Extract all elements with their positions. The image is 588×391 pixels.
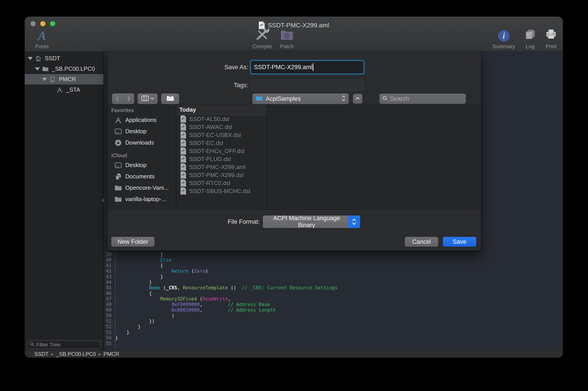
sidebar-item-vanilla-laptop-[interactable]: vanilla-laptop-... (111, 194, 176, 205)
document-icon: DSL (180, 115, 187, 123)
applications-icon (115, 116, 122, 124)
breadcrumb-item[interactable]: SSDT (34, 351, 48, 357)
code-line: 44 } (104, 280, 563, 285)
breadcrumb-separator-icon: ▸ (51, 351, 53, 357)
file-row[interactable]: DSL SSDT-EC-USBX.dsl (176, 131, 267, 139)
cancel-button[interactable]: Cancel (405, 237, 438, 247)
forward-button[interactable] (123, 94, 134, 104)
search-input[interactable] (390, 96, 469, 102)
breadcrumb-item[interactable]: _SB.PC00.LPC0 (56, 351, 96, 357)
summary-button[interactable]: i Summary (492, 28, 515, 50)
search-field[interactable] (379, 94, 466, 104)
columns-view-icon (141, 96, 149, 102)
file-row[interactable]: DSL SSDT-AWAC.dsl (176, 123, 267, 131)
code-line: 51 }) (104, 318, 563, 324)
tags-input[interactable] (251, 80, 363, 91)
sidebar-item-label: Applications (125, 116, 156, 123)
line-number: 55 (104, 341, 114, 346)
sidebar-item-desktop[interactable]: Desktop (111, 126, 176, 137)
code-line: 52 } (104, 324, 563, 330)
disclosure-triangle-icon[interactable] (42, 78, 47, 81)
document-icon: DSL (180, 139, 187, 147)
file-name: SSDT-RTC0.dsl (189, 180, 230, 187)
code-line: 48 0xFE000000, // Address Base (104, 302, 563, 307)
filter-tree-input[interactable] (36, 342, 105, 348)
chevron-down-icon (150, 97, 154, 101)
patch-button[interactable]: Patch (277, 28, 296, 50)
file-row[interactable]: DSL SSDT-EHCx_OFF.dsl (176, 147, 267, 155)
line-number: 41 (104, 263, 114, 269)
documents-icon (115, 173, 122, 180)
sidebar-item-desktop[interactable]: Desktop (111, 160, 176, 171)
window-chrome: AML SSDT-PMC-X299.aml A Fonts (25, 17, 563, 52)
tree-item-label: _STA (66, 86, 80, 93)
location-popup[interactable]: AcpiSamples (252, 94, 349, 104)
line-number: 44 (104, 280, 114, 285)
disclosure-triangle-icon[interactable] (28, 57, 33, 60)
desktop-icon (115, 162, 122, 169)
filter-tree-field[interactable] (27, 340, 101, 349)
back-button[interactable] (112, 94, 123, 104)
sidebar-item-applications[interactable]: Applications (111, 114, 176, 126)
history-nav-group (112, 94, 134, 104)
document-icon: DSL (180, 171, 187, 179)
tree-item-_sta[interactable]: _STA (25, 85, 104, 95)
svg-text:DSL: DSL (182, 185, 185, 186)
patch-folder-gear-icon (280, 29, 293, 42)
save-as-input[interactable]: SSDT-PMC-X299.aml (251, 61, 363, 73)
code-line: 46 { (104, 291, 563, 296)
view-mode-button[interactable] (137, 94, 158, 104)
line-number: 52 (104, 324, 114, 330)
svg-text:DSL: DSL (182, 137, 185, 138)
empty-column (267, 104, 481, 210)
file-name: SSDT-EC-USBX.dsl (189, 132, 241, 139)
print-button[interactable]: Print (545, 28, 557, 50)
sidebar-item-opencore-vani-[interactable]: Opencore-Vani... (111, 182, 176, 194)
file-format-label: File Format: (108, 218, 260, 225)
breadcrumb-item[interactable]: PMCR (104, 351, 119, 357)
code-line: 50 ) (104, 313, 563, 318)
line-number: 48 (104, 302, 114, 307)
document-icon: DSL (180, 155, 187, 163)
code-line: 39 } (104, 252, 563, 257)
file-name: SSDT-AWAC.dsl (189, 124, 232, 131)
sidebar-item-downloads[interactable]: Downloads (111, 137, 176, 148)
code-line: 43 } (104, 274, 563, 280)
sidebar-item-label: Downloads (125, 139, 154, 146)
file-row[interactable]: DSL SSDT-PMC-X299.dsl (176, 171, 267, 179)
device-icon (49, 76, 56, 83)
new-folder-toolbar-button[interactable] (161, 94, 179, 104)
status-breadcrumb: SSDT▸_SB.PC00.LPC0▸PMCR (25, 350, 563, 358)
sidebar-item-label: Desktop (125, 162, 146, 169)
line-number: 45 (104, 285, 114, 291)
svg-text:DSL: DSL (182, 193, 185, 195)
file-row[interactable]: DSL SSDT-RTC0.dsl (176, 179, 267, 187)
file-row[interactable]: DSL SSDT-PLUG.dsl (176, 155, 267, 163)
save-as-label: Save As: (108, 64, 248, 71)
file-row[interactable]: DSL SSDT-EC.dsl (176, 139, 267, 147)
file-row[interactable]: DSL SSDT-SBUS-MCHC.dsl (176, 187, 267, 195)
document-icon: DSL (180, 131, 187, 139)
tree-item-pmcr[interactable]: PMCR (25, 74, 104, 85)
compile-button[interactable]: Compile (249, 28, 275, 50)
fonts-button[interactable]: A Fonts (31, 29, 53, 50)
desktop-icon (115, 128, 122, 135)
sidebar-item-documents[interactable]: Documents (111, 171, 176, 182)
tree-item-_sb.pc00.lpc0[interactable]: _SB.PC00.LPC0 (25, 64, 104, 74)
code-line: 47 Memory32Fixed (ReadWrite, (104, 296, 563, 302)
log-button[interactable]: Log (524, 28, 536, 50)
compile-tools-icon (255, 27, 269, 42)
save-button[interactable]: Save (443, 237, 476, 247)
tags-label: Tags: (108, 82, 248, 89)
file-format-popup[interactable]: ACPI Machine Language Binary (263, 215, 360, 228)
code-line: 54} (104, 335, 563, 341)
file-row[interactable]: DSL SSDT-ALS0.dsl (176, 115, 267, 123)
folder-icon (42, 66, 49, 72)
code-view: 39 }40 Else41 {42 Return (Zero)43 }44 }4… (104, 250, 563, 350)
disclosure-triangle-icon[interactable] (35, 67, 40, 71)
new-folder-button[interactable]: New Folder (111, 237, 154, 247)
file-row[interactable]: AML SSDT-PMC-X299.aml (176, 163, 267, 171)
tree-item-ssdt[interactable]: SSDT (25, 53, 104, 64)
parent-folder-button[interactable] (353, 94, 362, 104)
sidebar-item-label: Opencore-Vani... (125, 184, 169, 191)
